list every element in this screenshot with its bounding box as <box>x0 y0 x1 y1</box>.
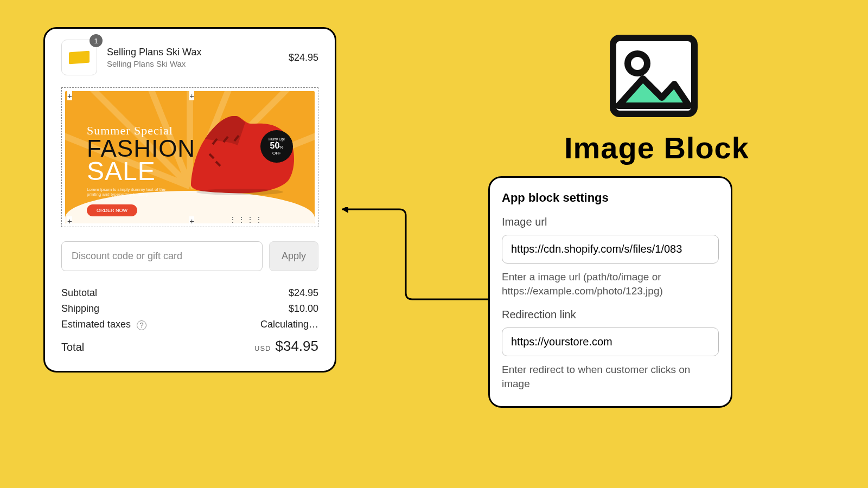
product-price: $24.95 <box>289 52 318 63</box>
promo-line1: FASHION <box>87 138 195 159</box>
redirect-input[interactable] <box>502 328 719 356</box>
apply-button[interactable]: Apply <box>269 241 318 271</box>
help-icon[interactable]: ? <box>137 320 146 330</box>
currency: USD <box>254 344 271 352</box>
sale-tag: Hurry Up! 50% OFF <box>260 130 293 163</box>
total-row: Total USD$34.95 <box>61 338 318 355</box>
shipping-value: $10.00 <box>289 303 318 314</box>
checkout-panel: 1 Selling Plans Ski Wax Selling Plans Sk… <box>43 27 336 373</box>
shipping-label: Shipping <box>61 303 99 314</box>
connector-arrow <box>336 207 499 316</box>
product-title: Selling Plans Ski Wax <box>107 47 279 58</box>
promo-bg: Summer Special FASHION SALE Lorem ipsum … <box>65 91 315 223</box>
product-thumb-wrap: 1 <box>61 40 97 75</box>
total-value-wrap: USD$34.95 <box>254 338 318 355</box>
settings-panel: App block settings Image url Enter a ima… <box>488 176 732 408</box>
subtotal-row: Subtotal $24.95 <box>61 285 318 301</box>
page-title: Image Block <box>564 130 749 165</box>
product-text: Selling Plans Ski Wax Selling Plans Ski … <box>107 47 279 68</box>
image-url-input[interactable] <box>502 235 719 264</box>
product-subtitle: Selling Plans Ski Wax <box>107 59 279 68</box>
handle-tc[interactable]: + <box>189 91 194 100</box>
promo-text: Summer Special FASHION SALE Lorem ipsum … <box>87 124 195 216</box>
image-url-label: Image url <box>502 216 719 228</box>
promo-line2: SALE <box>87 159 195 183</box>
redirect-label: Redirection link <box>502 309 719 321</box>
handle-bl[interactable]: + <box>67 216 72 226</box>
discount-input[interactable] <box>61 241 263 271</box>
settings-heading: App block settings <box>502 191 719 205</box>
totals: Subtotal $24.95 Shipping $10.00 Estimate… <box>61 285 318 355</box>
promo-banner[interactable]: Summer Special FASHION SALE Lorem ipsum … <box>61 87 318 227</box>
image-url-help: Enter a image url (path/to/image or http… <box>502 270 719 298</box>
discount-row: Apply <box>61 241 318 271</box>
taxes-value: Calculating… <box>260 319 318 330</box>
promo-small: Lorem ipsum is simply dummy text of the … <box>87 187 174 197</box>
handle-bc[interactable]: + <box>189 216 194 226</box>
qty-badge: 1 <box>90 34 103 47</box>
total-label: Total <box>61 341 84 354</box>
image-block-icon <box>605 30 703 127</box>
svg-point-7 <box>196 189 283 195</box>
handle-tl[interactable]: + <box>67 91 72 100</box>
taxes-row: Estimated taxes ? Calculating… <box>61 317 318 332</box>
drag-handle[interactable]: ⋮⋮⋮⋮ <box>229 215 264 224</box>
redirect-help: Enter redirect to when customer clicks o… <box>502 363 719 390</box>
taxes-label: Estimated taxes <box>61 319 131 330</box>
total-value: $34.95 <box>275 338 318 354</box>
taxes-label-wrap: Estimated taxes ? <box>61 319 146 330</box>
subtotal-value: $24.95 <box>289 287 318 299</box>
subtotal-label: Subtotal <box>61 287 97 299</box>
shipping-row: Shipping $10.00 <box>61 301 318 317</box>
cart-line-item: 1 Selling Plans Ski Wax Selling Plans Sk… <box>61 40 318 75</box>
promo-cta: ORDER NOW <box>87 204 137 216</box>
